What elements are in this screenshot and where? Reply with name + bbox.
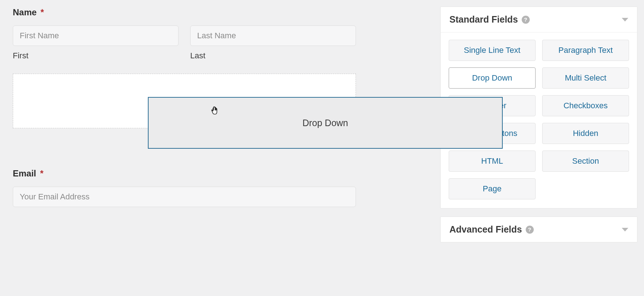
drag-cursor-icon	[210, 105, 220, 115]
field-section[interactable]: Section	[542, 151, 629, 172]
email-input[interactable]	[13, 187, 356, 207]
name-row: First Last	[13, 26, 356, 61]
name-label-text: Name	[13, 7, 37, 17]
email-label-text: Email	[13, 168, 36, 178]
first-name-col: First	[13, 26, 179, 61]
last-name-col: Last	[190, 26, 356, 61]
field-checkboxes[interactable]: Checkboxes	[542, 95, 629, 116]
help-icon[interactable]: ?	[526, 226, 534, 234]
standard-fields-header[interactable]: Standard Fields ?	[441, 7, 637, 32]
first-sublabel: First	[13, 51, 179, 61]
required-asterisk: *	[41, 7, 44, 17]
advanced-fields-header[interactable]: Advanced Fields ?	[441, 217, 637, 242]
advanced-fields-title: Advanced Fields	[449, 224, 522, 235]
first-name-input[interactable]	[13, 26, 179, 46]
email-label: Email *	[13, 168, 356, 179]
help-icon[interactable]: ?	[522, 16, 530, 24]
drag-ghost-label: Drop Down	[302, 118, 348, 128]
standard-fields-title: Standard Fields	[449, 14, 518, 25]
required-asterisk: *	[40, 168, 43, 178]
field-hidden[interactable]: Hidden	[542, 123, 629, 144]
email-field-block: Email *	[13, 168, 356, 207]
field-drop-down[interactable]: Drop Down	[449, 67, 536, 89]
last-sublabel: Last	[190, 51, 356, 61]
drag-ghost-dropdown[interactable]: Drop Down	[148, 97, 503, 149]
chevron-down-icon	[622, 18, 628, 22]
advanced-fields-panel: Advanced Fields ?	[440, 217, 637, 242]
last-name-input[interactable]	[190, 26, 356, 46]
field-multi-select[interactable]: Multi Select	[542, 67, 629, 89]
chevron-down-icon	[622, 228, 628, 231]
field-html[interactable]: HTML	[449, 151, 536, 172]
name-label: Name *	[13, 7, 356, 17]
field-single-line-text[interactable]: Single Line Text	[449, 40, 536, 61]
field-paragraph-text[interactable]: Paragraph Text	[542, 40, 629, 61]
field-page[interactable]: Page	[449, 178, 536, 199]
